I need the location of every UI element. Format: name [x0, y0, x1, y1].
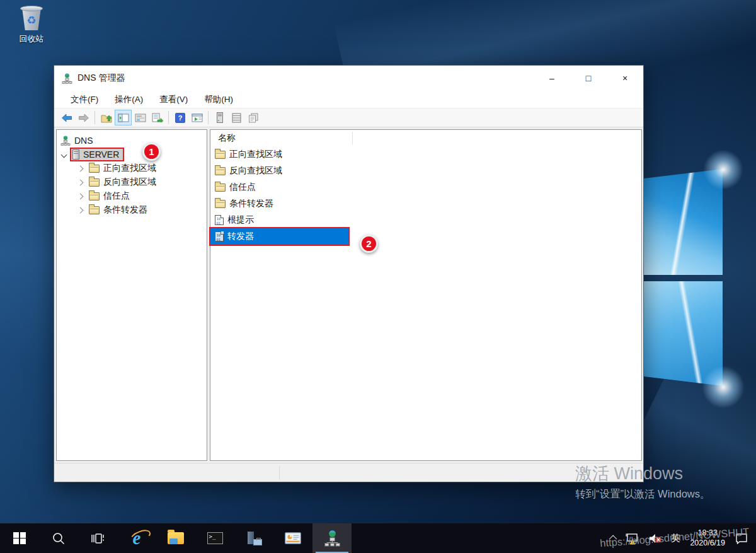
help-button[interactable]: ?: [171, 110, 188, 125]
minimize-button[interactable]: –: [534, 66, 570, 91]
windows-logo-icon: [13, 532, 26, 545]
folder-icon: [89, 178, 100, 187]
file-explorer-icon: [168, 532, 184, 544]
recycle-bin-icon: ♻: [20, 5, 43, 32]
show-console-tree-button[interactable]: [115, 110, 132, 125]
column-header-name[interactable]: 名称: [210, 130, 641, 146]
export-list-icon: [152, 113, 163, 122]
server-manager-button[interactable]: [234, 523, 273, 553]
binary-page-icon: 1001: [215, 215, 224, 225]
copy-button[interactable]: [245, 110, 262, 125]
recycle-bin[interactable]: ♻ 回收站: [9, 5, 54, 45]
list-item-forward-zones[interactable]: 正向查找区域: [210, 146, 641, 163]
command-prompt-icon: >_: [207, 532, 223, 544]
search-button[interactable]: [39, 523, 78, 553]
command-prompt-button[interactable]: >_: [195, 523, 234, 553]
back-button[interactable]: [58, 110, 75, 125]
ime-indicator[interactable]: 英: [667, 523, 685, 553]
search-icon: [52, 532, 66, 545]
title-bar[interactable]: DNS 管理器 – □ ×: [54, 66, 643, 91]
ime-label: 英: [671, 532, 680, 544]
column-divider[interactable]: [352, 132, 353, 144]
admin-tool-button[interactable]: [273, 523, 312, 553]
toolbar-separator: [208, 111, 209, 124]
action-center-button[interactable]: [731, 523, 756, 553]
console-tree-pane: DNS SERVER 正向查找区域: [56, 129, 207, 461]
menu-view[interactable]: 查看(V): [151, 92, 196, 107]
internet-explorer-button[interactable]: e: [117, 523, 156, 553]
dns-manager-icon: [324, 530, 341, 547]
desktop: ♻ 回收站 DNS 管理器 – □ ×: [0, 0, 756, 553]
list-item-reverse-zones[interactable]: 反向查找区域: [210, 163, 641, 179]
toolbar-separator: [168, 111, 169, 124]
binary-page-icon: 1001: [215, 231, 224, 242]
chevron-right-icon[interactable]: [77, 207, 84, 213]
forward-button[interactable]: [75, 110, 92, 125]
menu-bar: 文件(F) 操作(A) 查看(V) 帮助(H): [54, 91, 643, 108]
tree-label-dns: DNS: [74, 136, 93, 146]
folder-icon: [215, 151, 226, 159]
new-window-button[interactable]: [188, 110, 205, 125]
menu-action[interactable]: 操作(A): [106, 92, 151, 107]
tree-label-trust-points: 信任点: [103, 190, 130, 202]
new-window-icon: [192, 114, 203, 122]
volume-button[interactable]: [644, 523, 667, 553]
tree-item-conditional-forwarders[interactable]: 条件转发器: [57, 203, 207, 217]
system-tray: ! 英 18:33 2020/6/19: [607, 523, 756, 553]
server-icon: [217, 112, 223, 123]
tree-label-conditional-forwarders: 条件转发器: [103, 204, 147, 216]
task-view-button[interactable]: [78, 523, 117, 553]
forward-arrow-icon: [78, 114, 89, 122]
chevron-right-icon[interactable]: [77, 165, 84, 172]
folder-icon: [89, 192, 100, 201]
list-item-conditional-forwarders[interactable]: 条件转发器: [210, 195, 641, 212]
tray-date: 2020/6/19: [690, 538, 725, 549]
dns-app-icon: [62, 73, 72, 84]
admin-tool-icon: [285, 532, 301, 544]
folder-icon: [89, 165, 100, 173]
server-selected-highlight[interactable]: SERVER: [71, 149, 123, 160]
annotation-step-2: 2: [360, 235, 378, 253]
menu-file[interactable]: 文件(F): [62, 92, 106, 107]
status-bar-divider: [279, 466, 280, 480]
server-status-button[interactable]: [211, 110, 228, 125]
start-button[interactable]: [0, 523, 39, 553]
tree-label-server: SERVER: [83, 149, 119, 160]
list-item-label: 条件转发器: [229, 198, 273, 209]
tree-item-forward-zones[interactable]: 正向查找区域: [57, 161, 207, 175]
clock[interactable]: 18:33 2020/6/19: [684, 528, 731, 548]
tray-time: 18:33: [690, 528, 725, 538]
tray-overflow-button[interactable]: [607, 523, 621, 553]
properties-button[interactable]: [132, 110, 149, 125]
tree-item-trust-points[interactable]: 信任点: [57, 189, 207, 203]
tree-item-dns-root[interactable]: DNS: [57, 134, 207, 148]
close-button[interactable]: ×: [607, 66, 643, 91]
list-view-button[interactable]: [228, 110, 245, 125]
list-item-forwarders-selected[interactable]: 1001 转发器: [210, 228, 348, 245]
action-center-icon: [735, 533, 748, 544]
console-tree-icon: [118, 114, 129, 122]
network-status-button[interactable]: !: [621, 523, 644, 553]
copy-icon: [248, 113, 259, 123]
chevron-right-icon[interactable]: [77, 193, 84, 199]
windows-logo-pane-bottom: [644, 281, 723, 386]
up-one-level-button[interactable]: [98, 110, 115, 125]
dns-manager-taskbar-button[interactable]: [312, 523, 352, 553]
up-folder-icon: [101, 113, 112, 123]
list-item-root-hints[interactable]: 1001 根提示: [210, 212, 641, 228]
list-item-trust-points[interactable]: 信任点: [210, 179, 641, 195]
chevron-down-icon[interactable]: [61, 151, 67, 158]
properties-icon: [135, 114, 146, 122]
export-list-button[interactable]: [149, 110, 166, 125]
maximize-button[interactable]: □: [570, 66, 607, 91]
menu-help[interactable]: 帮助(H): [196, 92, 241, 107]
list-item-label: 信任点: [229, 182, 256, 193]
file-explorer-button[interactable]: [156, 523, 195, 553]
status-bar: [54, 463, 643, 482]
server-manager-icon: [246, 532, 262, 545]
chevron-right-icon[interactable]: [77, 179, 84, 185]
volume-muted-icon: [648, 533, 662, 544]
tree-label-forward-zones: 正向查找区域: [103, 163, 156, 174]
tree-item-server[interactable]: SERVER: [57, 148, 207, 161]
tree-item-reverse-zones[interactable]: 反向查找区域: [57, 175, 207, 189]
